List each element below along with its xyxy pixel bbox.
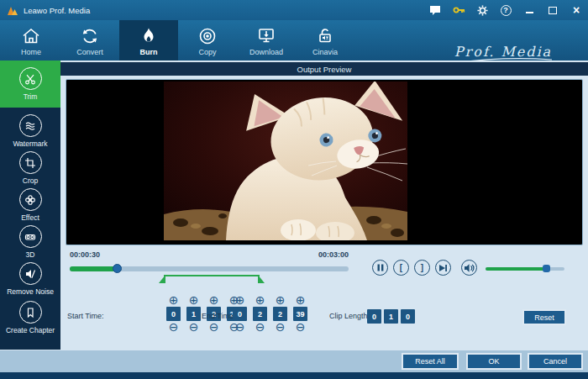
- mark-start-button[interactable]: [: [393, 260, 409, 276]
- sidebar-item-remove-noise[interactable]: Remove Noise: [0, 262, 60, 296]
- progress-bar[interactable]: [70, 266, 349, 271]
- decrement-icon[interactable]: ⊖: [189, 322, 199, 333]
- feedback-bubble-icon[interactable]: [428, 3, 442, 17]
- tab-home[interactable]: Home: [2, 20, 60, 61]
- end-time-digit-2[interactable]: 2: [273, 307, 287, 321]
- main-navbar: Home Convert Burn: [0, 20, 588, 61]
- spinner-column: ⊕ 2 ⊖: [253, 295, 267, 333]
- help-icon[interactable]: ?: [499, 3, 512, 17]
- pause-icon: [377, 264, 384, 271]
- increment-icon[interactable]: ⊕: [209, 295, 219, 306]
- progress-thumb[interactable]: [113, 264, 122, 273]
- download-icon: [256, 24, 276, 47]
- spinner-column: ⊕ 0 ⊖: [166, 295, 181, 333]
- spinner-column: ⊕ 39 ⊖: [293, 295, 307, 333]
- app-logo-icon: [7, 5, 18, 16]
- app-title: Leawo Prof. Media: [24, 6, 90, 15]
- reset-all-button[interactable]: Reset All: [402, 353, 459, 370]
- tab-cinavia[interactable]: Cinavia: [296, 20, 354, 61]
- minimize-button[interactable]: [522, 3, 536, 17]
- end-time-spinners: ⊕ 0 ⊖ ⊕ 2 ⊖ ⊕ 2 ⊖ ⊕ 39 ⊖: [233, 295, 307, 333]
- sidebar-item-label: Create Chapter: [6, 327, 55, 334]
- start-time-digit-1[interactable]: 1: [186, 307, 201, 321]
- mark-end-icon: ]: [421, 263, 423, 272]
- volume-slider[interactable]: [486, 267, 564, 271]
- progress-fill: [70, 266, 117, 271]
- remove-noise-icon: [19, 262, 42, 285]
- sidebar-item-label: Effect: [21, 214, 39, 222]
- decrement-icon[interactable]: ⊖: [209, 322, 219, 333]
- tab-label: Home: [21, 48, 41, 56]
- decrement-icon[interactable]: ⊖: [276, 322, 286, 333]
- sidebar: Trim Watermark Crop Effect: [0, 61, 60, 350]
- close-button[interactable]: ×: [570, 3, 583, 17]
- end-time-digit-3[interactable]: 39: [293, 307, 307, 321]
- watermark-icon: [19, 114, 42, 137]
- settings-gear-icon[interactable]: [475, 3, 489, 17]
- convert-icon: [80, 24, 100, 47]
- maximize-button[interactable]: [546, 3, 559, 17]
- spinner-column: ⊕ 1 ⊖: [186, 295, 201, 333]
- sidebar-item-crop[interactable]: Crop: [0, 151, 60, 185]
- clip-length-label: Clip Length:: [329, 312, 370, 320]
- trim-range-indicator[interactable]: [159, 274, 265, 284]
- sidebar-item-label: Watermark: [13, 140, 47, 148]
- tab-convert[interactable]: Convert: [60, 20, 119, 61]
- tab-label: Burn: [140, 48, 158, 56]
- increment-icon[interactable]: ⊕: [189, 295, 199, 306]
- sidebar-item-trim[interactable]: Trim: [0, 61, 60, 108]
- decrement-icon[interactable]: ⊖: [255, 322, 265, 333]
- end-time-digit-1[interactable]: 2: [253, 307, 267, 321]
- tab-label: Cinavia: [312, 48, 338, 56]
- start-time-label: Start Time:: [67, 312, 104, 320]
- trim-zone: [70, 274, 349, 284]
- mark-start-icon: [: [400, 263, 402, 272]
- tab-download[interactable]: Download: [237, 20, 296, 61]
- create-chapter-icon: [19, 301, 42, 324]
- tab-copy[interactable]: Copy: [178, 20, 237, 61]
- key-icon[interactable]: [452, 3, 465, 17]
- tab-label: Download: [249, 48, 283, 56]
- spinner-column: ⊕ 0 ⊖: [233, 295, 247, 333]
- sidebar-item-3d[interactable]: 3D: [0, 225, 60, 259]
- sidebar-item-label: Remove Noise: [7, 288, 54, 296]
- effect-icon: [19, 188, 42, 211]
- start-time-digit-0[interactable]: 0: [166, 307, 181, 321]
- cancel-button[interactable]: Cancel: [528, 353, 583, 370]
- 3d-glasses-icon: [19, 225, 42, 248]
- sidebar-item-label: Trim: [24, 93, 38, 101]
- clip-length-digit-2: 0: [401, 309, 415, 324]
- mark-end-button[interactable]: ]: [414, 260, 430, 276]
- increment-icon[interactable]: ⊕: [296, 295, 306, 306]
- increment-icon[interactable]: ⊕: [169, 295, 179, 306]
- output-preview-header: Output Preview: [60, 62, 588, 76]
- crop-icon: [19, 151, 42, 174]
- tab-burn[interactable]: Burn: [119, 20, 178, 61]
- scissors-icon: [19, 67, 42, 90]
- pause-button[interactable]: [372, 260, 388, 276]
- video-preview: [66, 79, 583, 245]
- sidebar-item-create-chapter[interactable]: Create Chapter: [0, 301, 60, 334]
- volume-thumb[interactable]: [543, 265, 550, 272]
- spinner-column: ⊕ 2 ⊖: [273, 295, 287, 333]
- ok-button[interactable]: OK: [466, 353, 522, 370]
- sidebar-item-watermark[interactable]: Watermark: [0, 114, 60, 148]
- titlebar: Leawo Prof. Media ? ×: [0, 0, 588, 20]
- total-time-label: 00:03:00: [311, 250, 349, 259]
- increment-icon[interactable]: ⊕: [276, 295, 286, 306]
- bottom-strip: [0, 372, 588, 379]
- decrement-icon[interactable]: ⊖: [169, 322, 179, 333]
- volume-button[interactable]: [461, 260, 477, 276]
- trim-end-handle[interactable]: [258, 275, 265, 283]
- sidebar-item-effect[interactable]: Effect: [0, 188, 60, 222]
- decrement-icon[interactable]: ⊖: [296, 322, 306, 333]
- increment-icon[interactable]: ⊕: [235, 295, 245, 306]
- end-time-label: End Time:: [202, 312, 236, 320]
- trim-start-handle[interactable]: [159, 275, 165, 283]
- speaker-icon: [464, 263, 475, 273]
- increment-icon[interactable]: ⊕: [255, 295, 265, 306]
- end-time-digit-0[interactable]: 0: [233, 307, 247, 321]
- reset-button[interactable]: Reset: [522, 309, 566, 325]
- step-forward-button[interactable]: [435, 260, 451, 276]
- decrement-icon[interactable]: ⊖: [235, 322, 245, 333]
